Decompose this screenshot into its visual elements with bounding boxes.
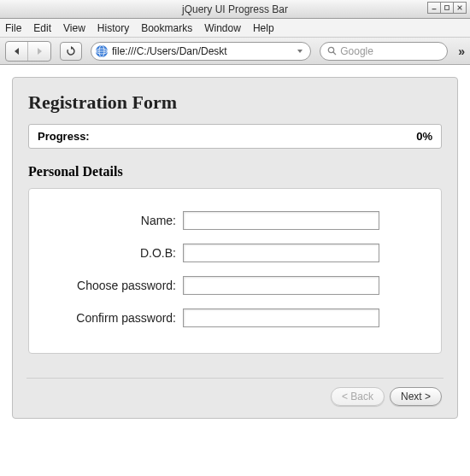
label-confirm-password: Confirm password: [46, 311, 183, 325]
back-arrow-icon [13, 47, 21, 56]
section-title: Personal Details [28, 164, 442, 179]
field-name: Name: [46, 211, 424, 230]
menu-history[interactable]: History [97, 22, 129, 34]
menu-window[interactable]: Window [204, 22, 241, 34]
nav-buttons [5, 41, 51, 62]
reload-icon [66, 46, 76, 56]
back-form-button[interactable]: < Back [331, 387, 385, 406]
label-name: Name: [46, 214, 183, 227]
url-dropdown-icon[interactable] [293, 48, 307, 55]
action-buttons: < Back Next > [28, 387, 442, 406]
viewport: Registration Form Progress: 0% Personal … [0, 65, 470, 431]
field-password: Choose password: [46, 276, 424, 295]
svg-line-13 [333, 52, 336, 55]
svg-marker-5 [38, 48, 42, 55]
search-bar[interactable]: Google [320, 42, 448, 61]
next-form-button[interactable]: Next > [390, 387, 442, 406]
search-icon [327, 46, 337, 56]
reload-button[interactable] [60, 42, 82, 61]
menu-bar: File Edit View History Bookmarks Window … [0, 19, 470, 38]
minimize-button[interactable] [427, 2, 441, 14]
field-dob: D.O.B: [46, 244, 424, 262]
input-password[interactable] [183, 276, 379, 295]
page-container: Registration Form Progress: 0% Personal … [12, 77, 458, 419]
menu-help[interactable]: Help [253, 22, 274, 34]
page-heading: Registration Form [28, 91, 442, 114]
url-text: file:///C:/Users/Dan/Deskt [112, 45, 293, 57]
input-confirm-password[interactable] [183, 309, 379, 327]
menu-file[interactable]: File [5, 22, 21, 34]
window-controls [428, 2, 467, 14]
field-confirm-password: Confirm password: [46, 309, 424, 327]
input-dob[interactable] [183, 244, 379, 262]
form-box: Name: D.O.B: Choose password: Confirm pa… [28, 188, 442, 354]
menu-view[interactable]: View [63, 22, 85, 34]
back-button[interactable] [6, 42, 28, 61]
input-name[interactable] [183, 211, 379, 230]
forward-arrow-icon [35, 47, 44, 56]
svg-rect-1 [445, 6, 449, 10]
menu-bookmarks[interactable]: Bookmarks [141, 22, 192, 34]
label-password: Choose password: [46, 279, 183, 292]
svg-point-12 [329, 47, 334, 52]
window-title: jQuery UI Progress Bar [182, 3, 288, 15]
progress-label: Progress: [38, 130, 90, 143]
forward-button[interactable] [28, 42, 50, 61]
maximize-button[interactable] [440, 2, 454, 14]
url-bar[interactable]: file:///C:/Users/Dan/Deskt [91, 42, 311, 61]
title-bar: jQuery UI Progress Bar [0, 0, 470, 19]
progress-bar: Progress: 0% [28, 124, 442, 149]
page-favicon [95, 44, 109, 58]
label-dob: D.O.B: [46, 246, 183, 260]
menu-edit[interactable]: Edit [33, 22, 51, 34]
divider [26, 378, 444, 379]
close-button[interactable] [453, 2, 467, 14]
svg-marker-11 [297, 50, 303, 53]
progress-value: 0% [416, 130, 432, 143]
search-placeholder: Google [340, 45, 373, 57]
toolbar: file:///C:/Users/Dan/Deskt Google » [0, 38, 470, 65]
toolbar-overflow-icon[interactable]: » [458, 44, 465, 58]
svg-marker-4 [15, 48, 19, 55]
